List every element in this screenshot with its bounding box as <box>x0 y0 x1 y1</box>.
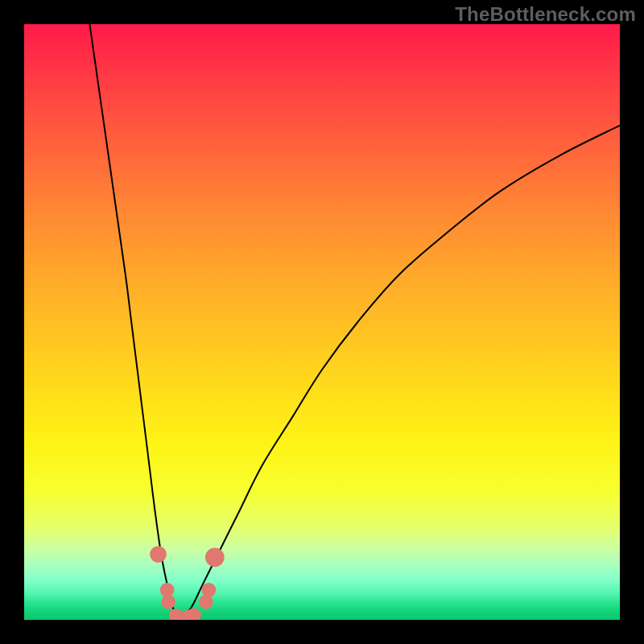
data-point-marker <box>150 546 167 563</box>
data-markers <box>150 546 225 620</box>
bottleneck-chart <box>24 24 620 620</box>
data-point-marker <box>161 595 175 609</box>
data-point-marker <box>205 547 225 567</box>
curve-left-branch <box>89 24 179 620</box>
chart-frame: TheBottleneck.com <box>0 0 644 644</box>
watermark-text: TheBottleneck.com <box>455 3 636 26</box>
data-point-marker <box>199 595 213 609</box>
chart-svg <box>24 24 620 620</box>
curve-right-branch <box>179 126 620 620</box>
data-point-marker <box>202 583 217 597</box>
